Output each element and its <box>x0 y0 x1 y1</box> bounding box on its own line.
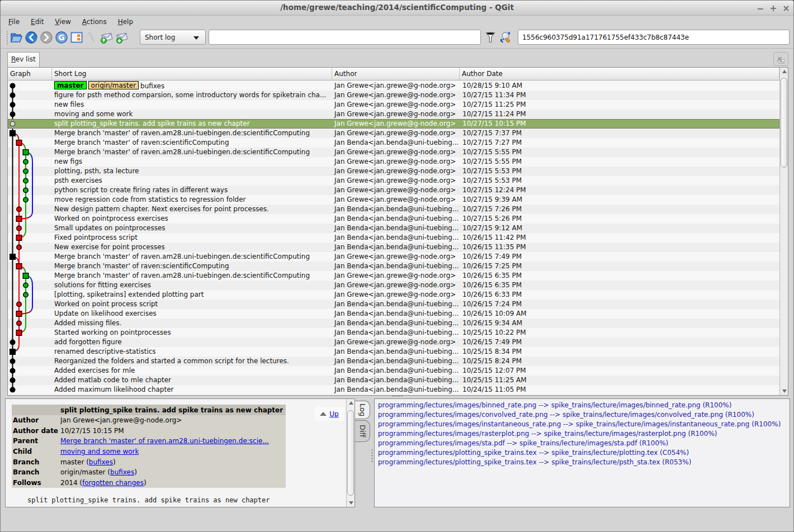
column-header-author[interactable]: Author <box>332 68 460 80</box>
table-row[interactable]: Merge branch 'master' of raven.am28.uni-… <box>8 129 779 138</box>
table-row[interactable]: renamed descriptive-statisticsJan Benda<… <box>8 347 779 357</box>
back-button[interactable] <box>23 30 39 45</box>
scroll-up-icon[interactable] <box>780 68 788 75</box>
close-button[interactable] <box>782 4 790 12</box>
table-row[interactable]: plotting, psth, sta lectureJan Grewe<jan… <box>8 167 779 176</box>
cell-short-log: New exercise for point processes <box>52 243 332 252</box>
maximize-button[interactable] <box>769 4 777 12</box>
table-row[interactable]: Update on likelihood exercisesJan Benda<… <box>8 309 779 319</box>
detail-link[interactable]: Merge branch 'master' of raven.am28.uni-… <box>60 437 269 445</box>
file-rename-entry[interactable]: programming/lectures/images/binned_rate.… <box>378 401 731 410</box>
minimize-button[interactable] <box>757 4 764 12</box>
toggle-view-button[interactable] <box>69 30 84 45</box>
scroll-down-icon[interactable] <box>780 387 788 395</box>
tab-rev-list[interactable]: Rev list <box>7 52 40 67</box>
up-link[interactable]: Up <box>315 407 344 421</box>
table-row[interactable]: Worked on point process scriptJan Benda<… <box>8 300 779 309</box>
table-row[interactable]: Merge branch 'master' of raven:scientifi… <box>8 138 779 148</box>
table-row[interactable]: Fixed pointprocess scriptJan Benda<jan.b… <box>8 233 779 243</box>
column-header-author-date[interactable]: Author Date <box>460 68 779 80</box>
detail-link[interactable]: bufixes <box>110 468 134 476</box>
save-patch-button[interactable] <box>99 30 114 45</box>
filter-input[interactable] <box>209 30 481 45</box>
menu-file[interactable]: File <box>3 17 25 26</box>
toggle-find-button[interactable] <box>773 52 788 66</box>
table-row[interactable]: Small updates on pointprocessesJan Benda… <box>8 224 779 233</box>
table-row[interactable]: Merge branch 'master' of raven.am28.uni-… <box>8 148 779 157</box>
table-row[interactable]: move regression code from statistics to … <box>8 195 779 205</box>
toolbar: G Short log <box>1 27 793 49</box>
table-row[interactable]: Merge branch 'master' of raven:scientifi… <box>8 262 779 271</box>
vertical-splitter[interactable] <box>371 449 374 463</box>
open-repository-button[interactable] <box>8 30 23 45</box>
file-rename-entry[interactable]: programming/lectures/images/convolved_ra… <box>378 410 754 420</box>
file-rename-entry[interactable]: programming/lectures/images/rasterplot.p… <box>378 429 717 439</box>
view-mode-select[interactable]: Short log <box>140 30 206 45</box>
table-row[interactable]: masterorigin/masterbufixesJan Grewe<jan.… <box>8 81 779 91</box>
window-title: /home/grewe/teaching/2014/scientificComp… <box>1 3 793 12</box>
detail-link[interactable]: bufixes <box>89 458 113 466</box>
table-row[interactable]: New exercise for point processesJan Bend… <box>8 243 779 252</box>
table-row[interactable]: Worked on pointprocess exercisesJan Bend… <box>8 214 779 224</box>
table-row[interactable]: Merge branch 'master' of raven.am28.uni-… <box>8 252 779 262</box>
menu-actions[interactable]: Actions <box>77 17 112 26</box>
menu-help[interactable]: Help <box>112 17 139 26</box>
column-header-short-log[interactable]: Short Log <box>52 68 332 80</box>
scrollbar-thumb[interactable] <box>347 410 354 496</box>
forward-button[interactable] <box>39 30 54 45</box>
table-row[interactable]: [plotting, spiketrains] extended plottin… <box>8 290 779 300</box>
table-row[interactable]: new figsJan Grewe<jan.grewe@g-node.org>1… <box>8 157 779 167</box>
table-row[interactable]: Merge branch 'master' of raven.am28.uni-… <box>8 271 779 281</box>
table-row[interactable]: Added maximum likelihood chapterJan Bend… <box>8 385 779 395</box>
detail-scrollbar[interactable] <box>346 399 355 507</box>
split-view-icon <box>70 31 83 44</box>
graph-node-square <box>16 311 22 317</box>
scrollbar-thumb[interactable] <box>781 78 787 168</box>
table-row[interactable]: add forgotten figureJan Grewe<jan.grewe@… <box>8 338 779 347</box>
detail-link[interactable]: forgotten changes <box>82 479 144 487</box>
cell-author-date: 10/26/15 7:25 PM <box>460 262 779 271</box>
graph-node-square <box>10 131 16 136</box>
table-row[interactable]: psth exercisesJan Grewe<jan.grewe@g-node… <box>8 176 779 186</box>
menu-view[interactable]: View <box>49 17 76 26</box>
cell-author-date: 10/25/15 12:07 PM <box>460 366 779 376</box>
table-row[interactable]: Added missing files.Jan Benda<jan.benda@… <box>8 319 779 328</box>
menu-edit[interactable]: Edit <box>25 17 49 26</box>
horizontal-splitter[interactable] <box>392 395 403 397</box>
commit-button[interactable] <box>84 30 99 45</box>
file-rename-entry[interactable]: programming/lectures/plotting_spike_trai… <box>378 448 689 458</box>
table-row[interactable]: python script to create firing rates in … <box>8 186 779 195</box>
side-tab-log[interactable]: Log <box>355 401 370 419</box>
table-row[interactable]: Added exercises for mleJan Benda<jan.ben… <box>8 366 779 376</box>
cell-author-date: 10/27/15 9:12 AM <box>460 224 779 233</box>
up-label[interactable]: Up <box>329 410 338 418</box>
graph-node-square <box>16 264 22 269</box>
table-row[interactable]: figure for psth method comparsion, some … <box>8 91 779 100</box>
table-row[interactable]: New design pattern chapter. Next exercis… <box>8 205 779 214</box>
cell-author-date: 10/27/15 5:53 PM <box>460 167 779 176</box>
file-rename-entry[interactable]: programming/lectures/images/sta.pdf --> … <box>378 439 668 448</box>
table-row-selected[interactable]: split plotting_spike trains. add spike t… <box>8 119 779 129</box>
sha-input[interactable] <box>518 30 790 45</box>
table-row[interactable]: Reorganized the folders and started a co… <box>8 357 779 366</box>
detail-link[interactable]: moving and some work <box>60 448 139 455</box>
magic-wand-icon <box>85 31 98 44</box>
file-rename-entry[interactable]: programming/lectures/plotting_spike_trai… <box>378 458 691 467</box>
file-rename-entry[interactable]: programming/lectures/images/instantaneou… <box>378 420 781 429</box>
side-tab-diff[interactable]: Diff <box>355 420 370 442</box>
graph-node-dot <box>17 302 22 307</box>
apply-patch-button[interactable] <box>114 30 129 45</box>
scroll-down-icon[interactable] <box>347 499 355 507</box>
table-row[interactable]: Added matlab code to mle chapterJan Bend… <box>8 376 779 385</box>
reload-button[interactable]: G <box>54 30 69 45</box>
table-row[interactable]: new filesJan Grewe<jan.grewe@g-node.org>… <box>8 100 779 110</box>
rev-list-scrollbar[interactable] <box>779 68 788 395</box>
filter-tree-button[interactable] <box>484 30 497 45</box>
table-row[interactable]: moving and some workJan Grewe<jan.grewe@… <box>8 110 779 119</box>
graph-node-dot <box>10 378 15 383</box>
highlight-matches-button[interactable] <box>499 30 512 45</box>
scroll-up-icon[interactable] <box>347 399 355 407</box>
table-row[interactable]: solutions for fitting exercisesJan Grewe… <box>8 281 779 290</box>
table-row[interactable]: Started working on pointprocessesJan Ben… <box>8 328 779 338</box>
cell-short-log: masterorigin/masterbufixes <box>52 81 332 91</box>
